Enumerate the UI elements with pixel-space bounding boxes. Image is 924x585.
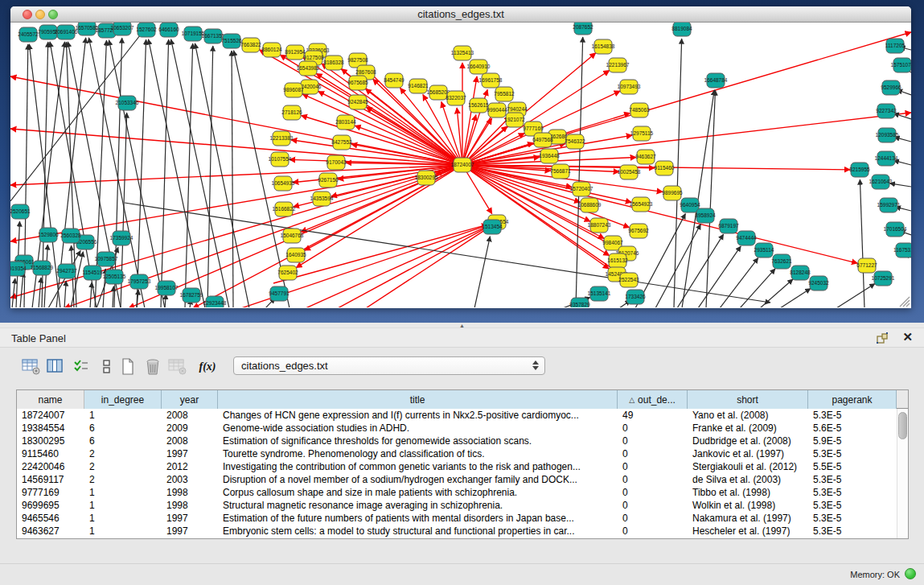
table-cell[interactable]: Estimation of the future numbers of pati… bbox=[218, 512, 618, 525]
column-header-title[interactable]: title bbox=[218, 390, 618, 409]
table-cell[interactable]: 2003 bbox=[162, 473, 218, 486]
table-cell[interactable]: 22420046 bbox=[17, 460, 84, 473]
table-vertical-scrollbar[interactable] bbox=[897, 409, 908, 538]
table-cell[interactable]: 6 bbox=[84, 422, 162, 435]
table-cell[interactable]: Wolkin et al. (1998) bbox=[688, 499, 808, 512]
network-view-window[interactable]: citations_edges.txt 18724007766382288601… bbox=[10, 6, 911, 308]
table-cell[interactable]: 49 bbox=[618, 409, 688, 422]
table-cell[interactable]: Yano et al. (2008) bbox=[688, 409, 808, 422]
table-cell[interactable]: 1997 bbox=[162, 512, 218, 525]
function-builder-icon[interactable]: f(x) bbox=[197, 357, 218, 377]
table-cell[interactable]: 5.3E-5 bbox=[808, 409, 897, 422]
table-cell[interactable]: 2008 bbox=[162, 435, 218, 447]
table-row[interactable]: 977716911998Corpus callosum shape and si… bbox=[17, 486, 897, 499]
table-cell[interactable]: 2012 bbox=[162, 460, 218, 473]
delete-column-icon[interactable] bbox=[142, 357, 163, 377]
table-cell[interactable]: Dudbridge et al. (2008) bbox=[688, 435, 808, 447]
table-cell[interactable]: 9699695 bbox=[17, 499, 84, 512]
table-cell[interactable]: Stergiakouli et al. (2012) bbox=[688, 460, 808, 473]
table-select-dropdown[interactable]: citations_edges.txt bbox=[233, 356, 545, 375]
table-cell[interactable]: 5.3E-5 bbox=[808, 512, 897, 525]
memory-status-icon[interactable] bbox=[905, 568, 916, 579]
table-cell[interactable]: 0 bbox=[618, 422, 688, 435]
table-cell[interactable]: 2 bbox=[84, 447, 162, 460]
table-cell[interactable]: 5.3E-5 bbox=[808, 486, 897, 499]
table-cell[interactable]: 1998 bbox=[162, 486, 218, 499]
column-header-pagerank[interactable]: pagerank bbox=[808, 390, 897, 409]
table-cell[interactable]: 5.6E-5 bbox=[808, 422, 897, 435]
table-cell[interactable]: 18724007 bbox=[17, 409, 84, 422]
table-row[interactable]: 969969511998Structural magnetic resonanc… bbox=[17, 499, 897, 512]
table-cell[interactable]: Investigating the contribution of common… bbox=[218, 460, 618, 473]
table-cell[interactable]: Nakamura et al. (1997) bbox=[688, 512, 808, 525]
table-cell[interactable]: 9115460 bbox=[17, 447, 84, 460]
table-cell[interactable]: 0 bbox=[618, 435, 688, 447]
table-cell[interactable]: Tourette syndrome. Phenomenology and cla… bbox=[218, 447, 618, 460]
show-columns-icon[interactable] bbox=[45, 357, 66, 377]
table-cell[interactable]: Genome-wide association studies in ADHD. bbox=[218, 422, 618, 435]
table-cell[interactable]: Structural magnetic resonance image aver… bbox=[218, 499, 618, 512]
panel-splitter[interactable]: ▲ bbox=[0, 323, 924, 328]
table-cell[interactable]: 2009 bbox=[162, 422, 218, 435]
column-selection-icon[interactable] bbox=[71, 357, 92, 377]
table-cell[interactable]: 14569117 bbox=[17, 473, 84, 486]
table-cell[interactable]: 1 bbox=[84, 512, 162, 525]
table-cell[interactable]: 5.3E-5 bbox=[808, 447, 897, 460]
column-header-name[interactable]: name bbox=[17, 390, 84, 409]
table-cell[interactable]: 1997 bbox=[162, 525, 218, 538]
table-mode-icon[interactable] bbox=[21, 357, 42, 377]
table-row[interactable]: 2242004622012Investigating the contribut… bbox=[17, 460, 897, 473]
table-cell[interactable]: 9463627 bbox=[17, 525, 84, 538]
table-cell[interactable]: Estimation of significance thresholds fo… bbox=[218, 435, 618, 447]
table-cell[interactable]: Tibbo et al. (1998) bbox=[688, 486, 808, 499]
table-cell[interactable]: 5.3E-5 bbox=[808, 525, 897, 538]
table-cell[interactable]: Disruption of a novel member of a sodium… bbox=[218, 473, 618, 486]
table-cell[interactable]: 2 bbox=[84, 460, 162, 473]
table-cell[interactable]: 0 bbox=[618, 512, 688, 525]
table-cell[interactable]: 19384554 bbox=[17, 422, 84, 435]
table-cell[interactable]: 0 bbox=[618, 473, 688, 486]
table-cell[interactable]: 0 bbox=[618, 525, 688, 538]
table-row[interactable]: 1830029562008Estimation of significance … bbox=[17, 435, 897, 447]
table-cell[interactable]: 5.3E-5 bbox=[808, 473, 897, 486]
table-row[interactable]: 946362711997Embryonic stem cells: a mode… bbox=[17, 525, 897, 538]
table-cell[interactable]: Hescheler et al. (1997) bbox=[688, 525, 808, 538]
table-row[interactable]: 911546021997Tourette syndrome. Phenomeno… bbox=[17, 447, 897, 460]
table-cell[interactable]: Changes of HCN gene expression and I(f) … bbox=[218, 409, 618, 422]
table-cell[interactable]: 1 bbox=[84, 486, 162, 499]
column-header-out-de-[interactable]: △out_de... bbox=[618, 390, 688, 409]
column-header-in-degree[interactable]: in_degree bbox=[84, 390, 162, 409]
table-cell[interactable]: Embryonic stem cells: a model to study s… bbox=[218, 525, 618, 538]
column-header-year[interactable]: year bbox=[162, 390, 218, 409]
table-cell[interactable]: 0 bbox=[618, 447, 688, 460]
create-column-icon[interactable] bbox=[117, 357, 138, 377]
table-cell[interactable]: Corpus callosum shape and size in male p… bbox=[218, 486, 618, 499]
network-window-titlebar[interactable]: citations_edges.txt bbox=[10, 6, 911, 23]
table-row[interactable]: 1938455462009Genome-wide association stu… bbox=[17, 422, 897, 435]
network-canvas-svg[interactable]: 1872400776638228860124891295412226063912… bbox=[10, 23, 911, 307]
close-panel-icon[interactable]: ✕ bbox=[902, 330, 913, 344]
table-cell[interactable]: 2008 bbox=[162, 409, 218, 422]
table-cell[interactable]: 9777169 bbox=[17, 486, 84, 499]
row-height-icon[interactable] bbox=[97, 357, 117, 377]
network-canvas[interactable]: 1872400776638228860124891295412226063912… bbox=[10, 23, 911, 307]
table-cell[interactable]: 18300295 bbox=[17, 435, 84, 447]
table-cell[interactable]: 1997 bbox=[162, 447, 218, 460]
table-row[interactable]: 1456911722003Disruption of a novel membe… bbox=[17, 473, 897, 486]
table-cell[interactable]: 0 bbox=[618, 499, 688, 512]
table-cell[interactable]: 5.9E-5 bbox=[808, 435, 897, 447]
table-cell[interactable]: 1 bbox=[84, 499, 162, 512]
table-cell[interactable]: de Silva et al. (2003) bbox=[688, 473, 808, 486]
splitter-handle-icon[interactable]: ▲ bbox=[459, 323, 465, 328]
table-cell[interactable]: 5.5E-5 bbox=[808, 460, 897, 473]
table-cell[interactable]: 9465546 bbox=[17, 512, 84, 525]
table-cell[interactable]: 1 bbox=[84, 409, 162, 422]
table-cell[interactable]: 0 bbox=[618, 486, 688, 499]
table-cell[interactable]: 5.3E-5 bbox=[808, 499, 897, 512]
column-header-short[interactable]: short bbox=[688, 390, 808, 409]
table-cell[interactable]: 1998 bbox=[162, 499, 218, 512]
table-row[interactable]: 1872400712008Changes of HCN gene express… bbox=[17, 409, 897, 422]
table-cell[interactable]: 6 bbox=[84, 435, 162, 447]
float-panel-icon[interactable] bbox=[876, 332, 889, 344]
table-cell[interactable]: 2 bbox=[84, 473, 162, 486]
